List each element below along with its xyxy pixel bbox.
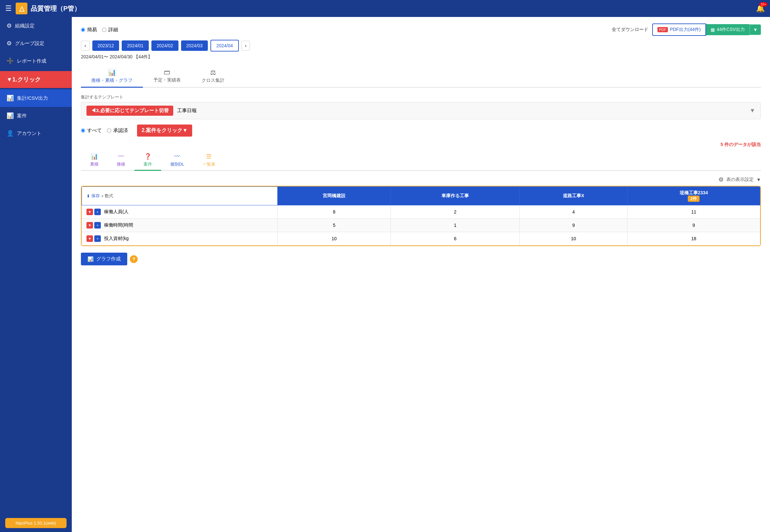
notification-bell[interactable]: 🔔 10+ <box>756 4 765 13</box>
cell-2-2: 10 <box>520 232 628 245</box>
question-icon: ❓ <box>144 153 151 160</box>
table-row: ▼ + 投入資材(kg 10 6 10 18 <box>82 232 760 245</box>
gear-icon: ⚙ <box>7 22 12 29</box>
sidebar-item-group[interactable]: ⚙ グループ設定 <box>0 35 72 52</box>
pdf-icon: PDF <box>658 27 668 32</box>
data-count-label: 5 件のデータが該当 <box>81 142 761 148</box>
controls-header: ⬇ 保存 + 数式 <box>82 187 278 205</box>
trend-icon: 〰 <box>118 153 124 160</box>
col3-badge: 2件 <box>688 196 700 202</box>
prev-date-button[interactable]: ‹ <box>81 41 90 51</box>
row-label-1: ▼ + 稼働時間(時間 <box>82 219 278 232</box>
row-collapse-btn-1[interactable]: ▼ <box>86 222 93 229</box>
template-badge: ◀3.必要に応じてテンプレート切替 <box>86 106 173 116</box>
app-title: 品質管理（P管） <box>31 4 756 13</box>
template-name: 工事日報 <box>177 108 197 114</box>
list-icon: ☰ <box>206 153 212 160</box>
main-tabs: 📊 推移・累積・グラフ 🗃 予定・実績表 ⚖ クロス集計 <box>81 65 761 88</box>
filter-all[interactable]: すべて <box>81 127 102 134</box>
click2-badge[interactable]: 2.案件をクリック▼ <box>137 125 192 137</box>
save-button[interactable]: ⬇ 保存 <box>86 193 100 199</box>
tab-graph[interactable]: 📊 推移・累積・グラフ <box>81 65 143 88</box>
sidebar-item-account[interactable]: 👤 アカウント <box>0 125 72 142</box>
cell-2-1: 6 <box>391 232 519 245</box>
detail-radio-input[interactable] <box>102 28 106 32</box>
simple-radio[interactable]: 簡易 <box>81 27 97 33</box>
tab-cross[interactable]: ⚖ クロス集計 <box>191 65 235 88</box>
row-label-0: ▼ + 稼働人員(人 <box>82 205 278 219</box>
sidebar-item-case[interactable]: 📊 案件 <box>0 107 72 125</box>
subtab-trend[interactable]: 〰 推移 <box>108 151 134 171</box>
settings-chevron-icon[interactable]: ▼ <box>756 177 761 182</box>
help-icon[interactable]: ? <box>130 255 138 263</box>
subtab-list[interactable]: ☰ 一覧表 <box>194 150 225 171</box>
user-icon: 👤 <box>7 130 14 137</box>
data-table-container: ⬇ 保存 + 数式 宮岡橋建設 車庫作る工事 道路工事X 堤橋 <box>81 186 761 246</box>
cell-0-0: 8 <box>278 205 391 219</box>
subtab-individual-dl[interactable]: 〰 個別DL <box>161 151 194 171</box>
topbar: ☰ △ 品質管理（P管） 🔔 10+ <box>0 0 770 17</box>
plus-icon: ➕ <box>7 57 14 65</box>
settings-gear-icon[interactable]: ⚙ <box>718 176 724 183</box>
date-range-label: 2024/04/01〜 2024/04/30 【44件】 <box>81 54 761 60</box>
subtab-cumulative[interactable]: 📊 累積 <box>81 150 108 171</box>
export-csv-button[interactable]: ▦ 44件CSV出力 <box>706 24 749 35</box>
cell-0-1: 2 <box>391 205 519 219</box>
col-header-0[interactable]: 宮岡橋建設 <box>278 187 391 205</box>
cell-1-1: 1 <box>391 219 519 232</box>
top-controls-row: 簡易 詳細 全てダウンロード PDF PDF出力(44件) ▦ 44件CSV出力 <box>81 23 761 36</box>
date-btn-2023-12[interactable]: 2023/12 <box>92 40 119 51</box>
row-controls-0: ▼ + <box>86 209 101 215</box>
row-expand-btn-1[interactable]: + <box>94 222 101 229</box>
subtabs: 📊 累積 〰 推移 ❓ 案件 〰 個別DL ☰ 一覧表 <box>81 150 761 171</box>
row-collapse-btn-0[interactable]: ▼ <box>86 209 93 215</box>
graph-btn-row: 📊 グラフ作成 ? <box>81 253 761 265</box>
filter-all-input[interactable] <box>81 128 85 133</box>
col-header-2[interactable]: 道路工事X <box>520 187 628 205</box>
table-row: ▼ + 稼働時間(時間 5 1 9 9 <box>82 219 760 232</box>
sidebar-highlight-click1[interactable]: ▼1.クリック <box>0 71 72 88</box>
col-header-3: 堤橋工事2334 2件 <box>628 187 760 205</box>
add-formula-button[interactable]: + 数式 <box>101 193 113 199</box>
version-label[interactable]: NipoPlus 1.50.1(web) <box>5 518 67 528</box>
sidebar-item-report[interactable]: ➕ レポート作成 <box>0 52 72 70</box>
download-icon: ⬇ <box>86 194 90 199</box>
sidebar-item-org[interactable]: ⚙ 組織設定 <box>0 17 72 35</box>
view-mode-radio: 簡易 詳細 <box>81 27 118 33</box>
tab-schedule[interactable]: 🗃 予定・実績表 <box>143 65 191 88</box>
date-btn-2024-01[interactable]: 2024/01 <box>122 40 149 51</box>
chart-tab-icon: 📊 <box>108 68 116 76</box>
simple-radio-input[interactable] <box>81 28 85 32</box>
create-graph-button[interactable]: 📊 グラフ作成 <box>81 253 127 265</box>
export-pdf-button[interactable]: PDF PDF出力(44件) <box>652 23 706 36</box>
plus-formula-icon: + <box>101 194 104 199</box>
export-group: PDF PDF出力(44件) ▦ 44件CSV出力 ▼ <box>652 23 761 36</box>
menu-icon[interactable]: ☰ <box>5 4 12 13</box>
date-btn-2024-02[interactable]: 2024/02 <box>151 40 178 51</box>
dl-icon: 〰 <box>174 153 180 160</box>
main-layout: ⚙ 組織設定 ⚙ グループ設定 ➕ レポート作成 ▼1.クリック 📊 集計/CS… <box>0 17 770 532</box>
row-controls-1: ▼ + <box>86 222 101 229</box>
date-btn-2024-03[interactable]: 2024/03 <box>181 40 208 51</box>
next-date-button[interactable]: › <box>242 41 250 51</box>
row-controls-2: ▼ + <box>86 235 101 242</box>
row-collapse-btn-2[interactable]: ▼ <box>86 235 93 242</box>
graph-btn-icon: 📊 <box>87 256 94 262</box>
template-chevron-icon[interactable]: ▼ <box>749 107 755 114</box>
detail-radio[interactable]: 詳細 <box>102 27 118 33</box>
table-row: ▼ + 稼働人員(人 8 2 4 11 <box>82 205 760 219</box>
table-settings-row: ⚙ 表の表示設定 ▼ <box>81 176 761 183</box>
sidebar-item-aggregate[interactable]: 📊 集計/CSV出力 <box>0 89 72 107</box>
filter-approved-input[interactable] <box>107 128 111 133</box>
row-expand-btn-2[interactable]: + <box>94 235 101 242</box>
cell-2-0: 10 <box>278 232 391 245</box>
cross-tab-icon: ⚖ <box>210 68 216 76</box>
row-expand-btn-0[interactable]: + <box>94 209 101 215</box>
cell-0-3: 11 <box>628 205 760 219</box>
chart-icon-2: 📊 <box>7 112 14 119</box>
date-btn-2024-04[interactable]: 2024/04 <box>211 40 239 52</box>
col-header-1[interactable]: 車庫作る工事 <box>391 187 519 205</box>
filter-approved[interactable]: 承認済 <box>107 127 128 134</box>
export-dropdown-button[interactable]: ▼ <box>749 24 761 35</box>
subtab-case[interactable]: ❓ 案件 <box>134 150 161 171</box>
